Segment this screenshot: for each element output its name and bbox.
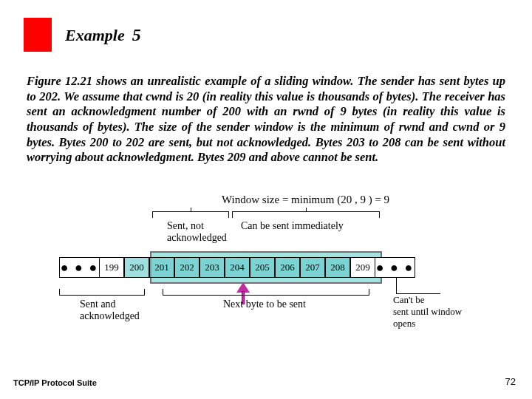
- byte-206: 206: [275, 257, 300, 278]
- body-paragraph: Figure 12.21 shows an unrealistic exampl…: [27, 74, 505, 166]
- label-cant-send: Can't be sent until window opens: [393, 294, 482, 330]
- byte-208: 208: [325, 257, 350, 278]
- page-number: 72: [505, 376, 516, 387]
- red-accent-box: [24, 18, 52, 52]
- slide-header: Example 5: [24, 18, 141, 52]
- label-sent-ack: Sent and acknowledged: [80, 299, 161, 322]
- example-title: Example 5: [65, 25, 141, 45]
- brace-next-byte: [163, 288, 369, 296]
- brace-sent-ack: [59, 288, 145, 296]
- byte-203: 203: [200, 257, 225, 278]
- byte-209: 209: [350, 257, 375, 278]
- label-can-send: Can be sent immediately: [241, 220, 344, 232]
- byte-204: 204: [225, 257, 250, 278]
- byte-202: 202: [174, 257, 200, 278]
- byte-205: 205: [250, 257, 275, 278]
- ellipsis-right: ● ● ●: [375, 257, 415, 278]
- byte-201: 201: [149, 257, 174, 278]
- footer-title: TCP/IP Protocol Suite: [13, 378, 97, 387]
- window-size-equation: Window size = minimum (20 , 9 ) = 9: [222, 194, 389, 206]
- label-next-byte: Next byte to be sent: [223, 299, 306, 310]
- example-number: 5: [132, 25, 141, 44]
- ellipsis-left: ● ● ●: [59, 257, 99, 278]
- brace-can-send: [232, 211, 380, 219]
- byte-199: 199: [99, 257, 124, 278]
- sliding-window-figure: Window size = minimum (20 , 9 ) = 9 Sent…: [59, 194, 473, 356]
- brace-sent-not-ack: [152, 211, 229, 219]
- byte-strip: ● ● ● 199 200 201 202 203 204 205 206 20…: [59, 257, 473, 278]
- example-word: Example: [65, 26, 125, 44]
- leader-line-cant-send: [396, 278, 440, 294]
- byte-207: 207: [300, 257, 325, 278]
- byte-200: 200: [124, 257, 149, 278]
- label-sent-not-ack: Sent, not acknowledged: [167, 220, 227, 244]
